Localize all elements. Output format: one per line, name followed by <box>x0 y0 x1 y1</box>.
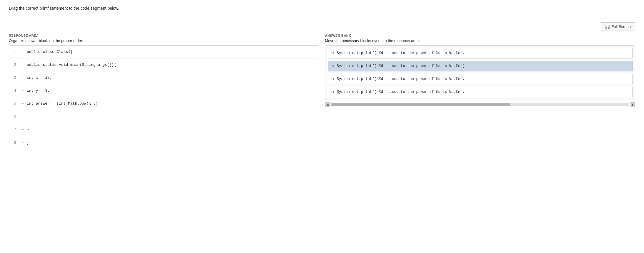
line-number: 8 <box>14 140 20 145</box>
line-dash: – <box>21 101 24 106</box>
code-line: 7–} <box>9 123 319 136</box>
scroll-left-arrow[interactable]: ◀ <box>325 102 330 107</box>
svg-rect-1 <box>608 25 609 26</box>
line-number: 4 <box>14 88 20 93</box>
code-line: 1–public class Class1{ <box>9 46 319 58</box>
fullscreen-button-label: Full Screen <box>611 24 631 29</box>
svg-rect-0 <box>606 25 607 26</box>
drag-handle-icon <box>332 65 334 67</box>
line-dash: – <box>21 50 24 54</box>
answer-block[interactable]: System.out.printf("%d raised to the powe… <box>328 61 633 71</box>
drag-handle-icon <box>332 91 334 93</box>
drag-handle-icon <box>332 52 334 54</box>
answer-bank-label: ANSWER BANK <box>325 34 635 37</box>
code-line: 2–public static void main(String args[])… <box>9 58 319 71</box>
answer-bank-sublabel: Move the necessary blocks over into the … <box>325 38 635 43</box>
code-line: 8–} <box>9 136 319 149</box>
answer-block-text: System.out.printf("%d raised to the powe… <box>337 90 465 94</box>
line-number: 7 <box>14 127 20 132</box>
response-area-label: RESPONSE AREA <box>9 34 319 37</box>
line-number: 2 <box>14 63 20 67</box>
line-code: public static void main(String args[]){ <box>27 63 116 67</box>
line-dash: – <box>21 76 24 80</box>
line-dash: – <box>21 63 24 67</box>
response-area-sublabel: Organize answer blocks in the proper ord… <box>9 38 319 43</box>
line-code: } <box>27 140 29 145</box>
fullscreen-icon <box>605 25 610 29</box>
code-line: 4–int y = 3; <box>9 84 319 97</box>
svg-rect-2 <box>606 27 607 29</box>
answer-block[interactable]: System.out.printf("%d raised to the powe… <box>328 87 633 97</box>
code-line: 6 <box>9 110 319 123</box>
drag-handle-icon <box>332 78 334 80</box>
answer-block[interactable]: System.out.printf("%d raised to the powe… <box>328 48 633 58</box>
horizontal-scrollbar[interactable]: ◀ ▶ <box>325 102 635 107</box>
instruction-text: Drag the correct printf statement to the… <box>9 6 635 11</box>
answer-bank-panel: ANSWER BANK Move the necessary blocks ov… <box>325 34 635 107</box>
answer-block-text: System.out.printf("%d raised to the powe… <box>337 64 465 68</box>
line-code: int answer = (int)Math.pow(x,y); <box>27 101 100 106</box>
code-line: 3–int x = 12; <box>9 71 319 84</box>
response-area-box: 1–public class Class1{2–public static vo… <box>9 45 319 149</box>
scroll-right-arrow[interactable]: ▶ <box>630 102 635 107</box>
line-number: 1 <box>14 50 20 54</box>
code-line: 5–int answer = (int)Math.pow(x,y); <box>9 97 319 110</box>
answer-bank-box: System.out.printf("%d raised to the powe… <box>325 45 635 100</box>
scroll-track[interactable] <box>331 103 630 106</box>
answer-block-text: System.out.printf("%d raised to the powe… <box>337 77 465 81</box>
line-number: 5 <box>14 101 20 106</box>
answer-block-text: System.out.printf("%d raised to the powe… <box>337 51 465 55</box>
answer-block[interactable]: System.out.printf("%d raised to the powe… <box>328 74 633 84</box>
line-number: 6 <box>14 114 20 119</box>
line-code: int x = 12; <box>27 76 52 80</box>
line-dash: – <box>21 88 24 93</box>
scroll-thumb[interactable] <box>331 103 510 106</box>
line-code: public class Class1{ <box>27 50 73 54</box>
response-area-panel: RESPONSE AREA Organize answer blocks in … <box>9 34 319 149</box>
svg-rect-3 <box>608 27 609 29</box>
line-dash: – <box>21 140 24 145</box>
line-number: 3 <box>14 76 20 80</box>
line-code: int y = 3; <box>27 88 50 93</box>
line-dash: – <box>21 127 24 132</box>
fullscreen-button[interactable]: Full Screen <box>601 22 635 31</box>
line-code: } <box>27 127 29 132</box>
